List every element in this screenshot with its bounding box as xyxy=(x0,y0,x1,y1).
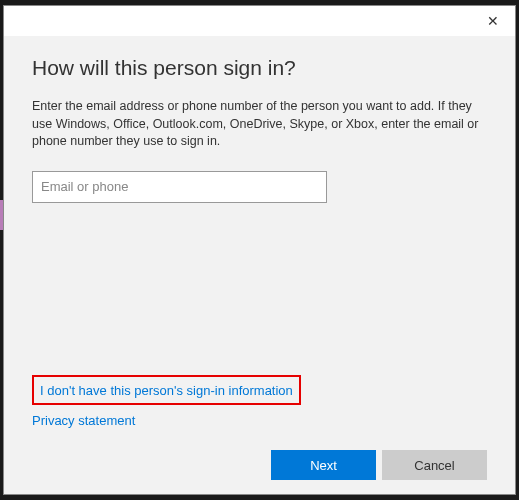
dialog-content: How will this person sign in? Enter the … xyxy=(4,36,515,494)
button-row: Next Cancel xyxy=(32,450,487,480)
close-icon: ✕ xyxy=(487,13,499,29)
privacy-statement-link[interactable]: Privacy statement xyxy=(32,413,135,428)
links-block: I don't have this person's sign-in infor… xyxy=(32,375,487,436)
highlight-box: I don't have this person's sign-in infor… xyxy=(32,375,301,405)
dialog-window: ✕ How will this person sign in? Enter th… xyxy=(3,5,516,495)
cancel-button[interactable]: Cancel xyxy=(382,450,487,480)
next-button[interactable]: Next xyxy=(271,450,376,480)
dialog-description: Enter the email address or phone number … xyxy=(32,98,487,151)
email-phone-input[interactable] xyxy=(32,171,327,203)
no-signin-info-link[interactable]: I don't have this person's sign-in infor… xyxy=(40,383,293,398)
close-button[interactable]: ✕ xyxy=(470,6,515,36)
titlebar: ✕ xyxy=(4,6,515,36)
dialog-heading: How will this person sign in? xyxy=(32,56,487,80)
spacer xyxy=(32,203,487,376)
